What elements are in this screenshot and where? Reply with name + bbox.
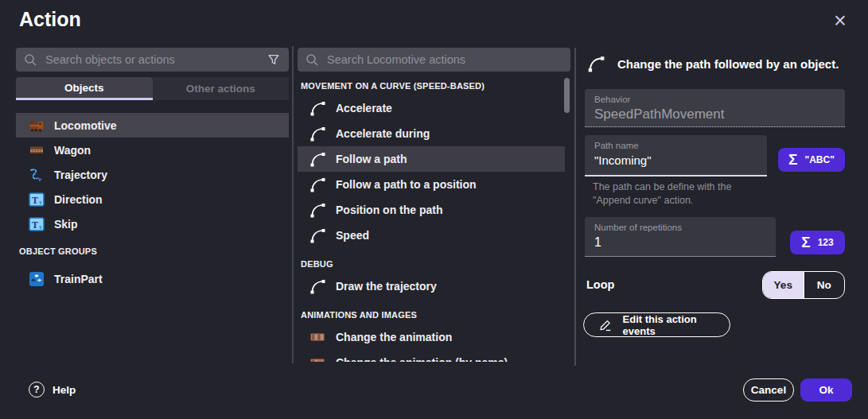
action-description-row: Change the path followed by an object. [586, 54, 849, 73]
search-icon [306, 53, 319, 67]
path-curve-icon [586, 54, 605, 73]
expression-builder-123-button[interactable]: Σ 123 [790, 231, 845, 254]
section-header: ANIMATIONS AND IMAGES [298, 299, 565, 324]
middle-right-divider [574, 48, 576, 366]
action-label: Follow a path [336, 153, 407, 165]
action-description: Change the path followed by an object. [617, 57, 839, 71]
objects-search[interactable] [16, 48, 289, 72]
path-name-label: Path name [594, 141, 757, 150]
path-curve-icon [309, 125, 326, 142]
loop-no-button[interactable]: No [804, 272, 845, 298]
loop-yes-button[interactable]: Yes [763, 272, 804, 298]
repetitions-field[interactable]: Number of repetitions [585, 217, 776, 257]
sigma-icon: Σ [788, 151, 797, 169]
object-row-wagon[interactable]: Wagon [16, 138, 289, 162]
repetitions-label: Number of repetitions [594, 223, 766, 232]
action-dialog: Action × Objects Other actions Locomotiv… [0, 0, 868, 419]
object-label: Locomotive [54, 119, 117, 132]
left-middle-divider [292, 46, 294, 363]
object-row-trajectory[interactable]: Trajectory [16, 162, 289, 187]
action-row-position-on-path[interactable]: Position on the path [298, 197, 565, 223]
path-curve-icon [309, 201, 326, 219]
object-label: Skip [54, 218, 78, 231]
svg-text:T: T [32, 219, 38, 230]
object-row-skip[interactable]: Tx Skip [16, 211, 289, 236]
object-group-icon [29, 271, 45, 287]
animation-icon [309, 354, 326, 362]
action-row-accelerate[interactable]: Accelerate [298, 95, 565, 121]
action-row-draw-trajectory[interactable]: Draw the trajectory [298, 274, 565, 299]
animation-icon [309, 328, 326, 346]
path-helper-text: The path can be define with the "Append … [593, 180, 792, 208]
svg-text:T: T [32, 194, 38, 205]
cancel-button[interactable]: Cancel [743, 378, 794, 402]
text-object-icon: Tx [29, 216, 45, 232]
loop-toggle: Yes No [762, 271, 845, 299]
pencil-icon [598, 317, 613, 332]
dialog-title: Action [19, 8, 81, 31]
object-row-direction[interactable]: Tx Direction [16, 187, 289, 211]
svg-text:x: x [39, 223, 42, 230]
help-link[interactable]: ? Help [29, 382, 76, 398]
action-label: Change the animation (by name) [336, 356, 508, 362]
close-icon[interactable]: × [827, 6, 853, 35]
action-label: Position on the path [336, 204, 443, 216]
action-row-change-animation-by-name[interactable]: Change the animation (by name) [298, 350, 565, 362]
behavior-field: Behavior SpeedPathMovement [585, 89, 845, 127]
section-header: DEBUG [298, 248, 565, 274]
objects-list: Locomotive Wagon Trajectory Tx Direction… [16, 113, 289, 291]
action-label: Draw the trajectory [336, 280, 437, 293]
action-row-accelerate-during[interactable]: Accelerate during [298, 121, 565, 146]
path-curve-icon [309, 176, 326, 193]
action-label: Follow a path to a position [336, 178, 477, 191]
text-object-icon: Tx [29, 192, 45, 208]
action-row-follow-path-to-position[interactable]: Follow a path to a position [298, 172, 565, 197]
action-row-follow-a-path[interactable]: Follow a path [298, 146, 565, 172]
wagon-icon [29, 142, 45, 158]
action-label: Accelerate [336, 102, 392, 114]
action-row-speed[interactable]: Speed [298, 223, 565, 248]
loop-label: Loop [586, 278, 614, 291]
path-curve-icon [309, 99, 326, 117]
object-label: Trajectory [54, 169, 107, 181]
search-icon [24, 53, 37, 67]
svg-text:x: x [39, 198, 42, 205]
action-row-change-animation[interactable]: Change the animation [298, 324, 565, 350]
object-groups-header: OBJECT GROUPS [16, 236, 289, 258]
object-label: Direction [54, 193, 103, 206]
locomotive-icon [29, 118, 45, 134]
filter-icon[interactable] [267, 52, 281, 67]
path-curve-icon [309, 227, 326, 244]
sigma-icon: Σ [801, 234, 810, 251]
action-label: Speed [336, 229, 369, 242]
objects-search-input[interactable] [45, 53, 267, 66]
section-header: MOVEMENT ON A CURVE (SPEED-BASED) [298, 73, 565, 95]
object-label: Wagon [54, 144, 91, 157]
object-row-trainpart[interactable]: TrainPart [16, 266, 289, 291]
tab-objects[interactable]: Objects [16, 77, 153, 100]
behavior-value: SpeedPathMovement [594, 107, 835, 122]
path-name-input[interactable] [594, 153, 753, 167]
path-curve-icon [309, 277, 326, 295]
path-name-field[interactable]: Path name [585, 135, 767, 177]
actions-search[interactable] [298, 48, 570, 72]
actions-search-input[interactable] [327, 53, 562, 66]
actions-list: MOVEMENT ON A CURVE (SPEED-BASED) Accele… [298, 73, 565, 362]
path-curve-icon [309, 150, 326, 168]
action-label: Accelerate during [336, 127, 430, 140]
trajectory-icon [29, 167, 45, 183]
tab-other-actions[interactable]: Other actions [153, 77, 290, 100]
object-row-locomotive[interactable]: Locomotive [16, 113, 289, 138]
actions-scrollbar-thumb[interactable] [564, 78, 570, 113]
help-icon: ? [29, 382, 45, 398]
edit-action-events-button[interactable]: Edit this action events [583, 312, 730, 337]
expression-builder-abc-button[interactable]: Σ "ABC" [778, 148, 845, 172]
group-label: TrainPart [54, 273, 103, 285]
behavior-label: Behavior [594, 95, 835, 104]
action-label: Change the animation [336, 331, 452, 343]
objects-tabbar: Objects Other actions [16, 77, 289, 100]
ok-button[interactable]: Ok [800, 378, 852, 402]
repetitions-input[interactable] [594, 235, 753, 250]
